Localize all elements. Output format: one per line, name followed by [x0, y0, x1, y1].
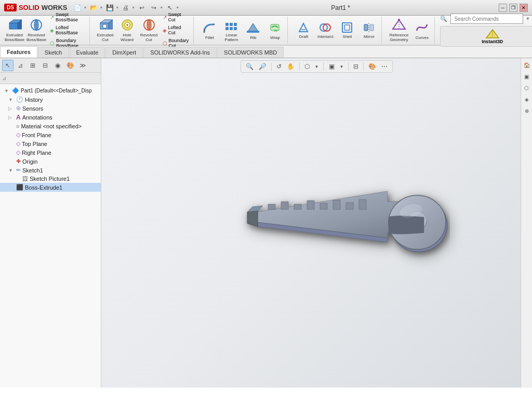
- svg-rect-17: [230, 23, 233, 26]
- search-dropdown[interactable]: ▼: [525, 16, 530, 21]
- curves-icon: [415, 20, 429, 35]
- vt-separator: [299, 62, 300, 71]
- rotate-btn[interactable]: ↺: [275, 62, 283, 71]
- shell-label: Shell: [343, 35, 352, 39]
- restore-btn[interactable]: ❐: [509, 4, 517, 12]
- svg-text:W: W: [274, 28, 278, 33]
- part-icon: 🔷: [12, 87, 19, 94]
- view-orient-btn[interactable]: ⬡: [303, 62, 311, 71]
- plane-icon: ◇: [16, 131, 20, 138]
- tree-right-plane[interactable]: ◇ Right Plane: [0, 148, 101, 157]
- lofted-cut-btn[interactable]: ◈ Lofted Cut: [161, 24, 192, 36]
- rp-btn-2[interactable]: ▣: [522, 72, 531, 81]
- tree-sketch1[interactable]: ▼ ✏ Sketch1: [0, 166, 101, 175]
- print-dropdown[interactable]: ▼: [131, 6, 135, 9]
- color-tool-btn[interactable]: 🎨: [64, 60, 76, 71]
- undo-btn[interactable]: ↩: [137, 3, 147, 13]
- search-tree-btn[interactable]: ⊞: [27, 60, 38, 71]
- tab-mbd[interactable]: SOLIDWORKS MBD: [217, 47, 284, 58]
- open-dropdown[interactable]: ▼: [99, 6, 103, 9]
- shell-btn[interactable]: Shell: [337, 20, 357, 41]
- svg-rect-51: [346, 203, 353, 209]
- tree-boss-extrude1[interactable]: ⬛ Boss-Extrude1: [0, 183, 101, 192]
- linear-pattern-btn[interactable]: LinearPattern: [221, 16, 242, 44]
- app-name: SOLID: [19, 4, 39, 11]
- save-btn[interactable]: 💾: [104, 3, 115, 13]
- mirror-btn[interactable]: Mirror: [358, 20, 379, 41]
- tree-material[interactable]: ≡ Material <not specified>: [0, 122, 101, 130]
- more-view-btn[interactable]: ⋯: [380, 62, 389, 71]
- tab-evaluate[interactable]: Evaluate: [70, 47, 105, 58]
- display-style-dropdown[interactable]: ▼: [338, 63, 345, 70]
- tab-sketch[interactable]: Sketch: [38, 47, 69, 58]
- tab-addins[interactable]: SOLIDWORKS Add-Ins: [143, 47, 217, 58]
- redo-dropdown[interactable]: ▼: [159, 6, 163, 9]
- svg-marker-22: [248, 23, 258, 32]
- open-btn[interactable]: 📂: [88, 3, 99, 13]
- extruded-cut-btn[interactable]: ExtrudedCut: [95, 16, 116, 44]
- minimize-btn[interactable]: ─: [499, 4, 507, 12]
- intersect-btn[interactable]: Intersect: [315, 20, 336, 41]
- rp-btn-3[interactable]: ⬡: [522, 83, 531, 92]
- filter-btn[interactable]: ⊿: [15, 60, 26, 71]
- tree-sketch-picture1[interactable]: 🖼 Sketch Picture1: [0, 175, 101, 183]
- wrap-btn[interactable]: W Wrap: [264, 19, 285, 42]
- revolved-boss-btn[interactable]: RevolvedBoss/Base: [26, 16, 47, 44]
- tree-origin[interactable]: ✚ Origin: [0, 157, 101, 166]
- tree-front-plane[interactable]: ◇ Front Plane: [0, 130, 101, 139]
- save-dropdown[interactable]: ▼: [115, 6, 119, 9]
- swept-cut-btn[interactable]: ↗ Swept Cut: [161, 11, 192, 23]
- extrude-icon: ⬛: [16, 184, 23, 191]
- tree-annotations[interactable]: ▷ A Annotations: [0, 113, 101, 122]
- reference-geometry-btn[interactable]: ReferenceGeometry: [387, 16, 410, 44]
- revolved-cut-label: RevolvedCut: [140, 33, 157, 43]
- tree-sensors[interactable]: ▷ ⊛ Sensors: [0, 104, 101, 113]
- draft-btn[interactable]: Draft: [293, 20, 314, 41]
- collapse-btn[interactable]: ⊟: [39, 60, 51, 71]
- fillet-btn[interactable]: Fillet: [199, 19, 220, 42]
- feature-tree: ▼ 🔷 Part1 (Default<<Default>_Disp ▼ 🕐 Hi…: [0, 84, 101, 388]
- tree-part1[interactable]: ▼ 🔷 Part1 (Default<<Default>_Disp: [0, 86, 101, 95]
- appearance-btn[interactable]: 🎨: [367, 62, 378, 71]
- search-input[interactable]: [450, 14, 523, 24]
- pan-btn[interactable]: ✋: [285, 62, 296, 71]
- rib-btn[interactable]: Rib: [243, 19, 263, 42]
- vt-separator: [348, 62, 349, 71]
- curves-btn[interactable]: Curves: [411, 19, 432, 42]
- extruded-boss-btn[interactable]: ExtrudedBoss/Base: [4, 16, 25, 44]
- select-dropdown[interactable]: ▼: [176, 6, 179, 9]
- rp-btn-5[interactable]: ⊕: [522, 106, 531, 115]
- section-view-btn[interactable]: ⊟: [352, 62, 360, 71]
- swept-boss-btn[interactable]: ↗ Swept Boss/Base: [48, 11, 87, 23]
- select-tool-btn[interactable]: ↖: [2, 60, 14, 71]
- instant3d-btn[interactable]: Instant3D: [440, 26, 532, 47]
- tree-history[interactable]: ▼ 🕐 History: [0, 95, 101, 104]
- zoom-out-btn[interactable]: 🔍: [244, 62, 255, 71]
- circle-tool-btn[interactable]: ◉: [52, 60, 63, 71]
- print-btn[interactable]: 🖨: [121, 3, 131, 13]
- tab-features[interactable]: Features: [0, 46, 37, 58]
- shell-icon: [341, 21, 353, 34]
- display-style-btn[interactable]: ▣: [327, 62, 336, 71]
- search-instant-group: 🔍 ▼ ? ▼ Instant3D: [438, 17, 532, 44]
- rp-btn-1[interactable]: 🏠: [522, 60, 531, 70]
- swept-boss-label: Swept Boss/Base: [56, 12, 85, 22]
- tree-top-plane[interactable]: ◇ Top Plane: [0, 139, 101, 148]
- plane-icon: ◇: [16, 140, 20, 147]
- svg-rect-16: [225, 23, 229, 26]
- rib-icon: [246, 20, 260, 35]
- view-orient-dropdown[interactable]: ▼: [313, 63, 321, 70]
- revolved-cut-btn[interactable]: RevolvedCut: [139, 16, 159, 44]
- hole-wizard-btn[interactable]: HoleWizard: [117, 16, 138, 44]
- rp-btn-4[interactable]: ◈: [522, 95, 531, 104]
- redo-btn[interactable]: ↪: [149, 3, 159, 13]
- expand-icon: ▷: [8, 106, 15, 111]
- close-btn[interactable]: ✕: [520, 4, 528, 12]
- new-dropdown[interactable]: ▼: [83, 6, 87, 9]
- lofted-boss-btn[interactable]: ◈ Lofted Boss/Base: [48, 24, 87, 36]
- tab-dimxpert[interactable]: DimXpert: [105, 47, 143, 58]
- zoom-in-btn[interactable]: 🔎: [257, 62, 268, 71]
- ref-group: ReferenceGeometry Curves: [385, 17, 435, 44]
- plane-icon: ◇: [16, 149, 20, 156]
- more-tools-btn[interactable]: ≫: [77, 60, 88, 71]
